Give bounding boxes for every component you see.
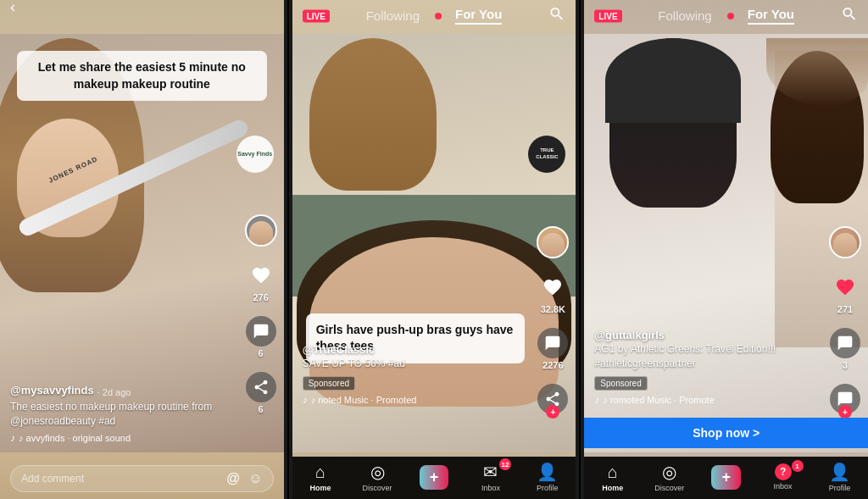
screen1-avatar-btn[interactable] [245, 214, 277, 247]
inbox-icon-2: ✉ [483, 462, 498, 482]
screen3-profile-label: Profile [829, 484, 851, 492]
emoji-icon[interactable]: ☺ [248, 471, 262, 486]
screen3-avatar [829, 226, 861, 258]
screen2-nav-tabs: Following For You [366, 7, 503, 25]
avatar-face-2 [541, 233, 565, 257]
shop-bar[interactable]: Shop now > [584, 418, 868, 448]
screen-3: LIVE Following For You + [584, 0, 868, 499]
create-btn-3[interactable]: + [711, 465, 741, 490]
avatar-face [249, 221, 273, 245]
screen3-inbox-label: Inbox [774, 482, 793, 491]
screen3-info: @guttalkgirls AG1 by Athletic Greens: Tr… [594, 327, 821, 406]
screen3-foryou-tab[interactable]: For You [748, 7, 794, 25]
screen2-nav-home[interactable]: ⌂ Home [303, 463, 337, 492]
comment-icon-2 [537, 328, 568, 358]
screen2-avatar [537, 226, 569, 258]
brand-bottom: CLASSIC [536, 154, 558, 161]
music-icon-3: ♪ [594, 394, 599, 406]
screen3-username[interactable]: @guttalkgirls [594, 329, 665, 341]
screen2-heart-btn[interactable]: 32.8K [537, 272, 568, 314]
search-icon-2[interactable] [548, 5, 565, 26]
discover-icon-3: ◎ [662, 462, 676, 482]
back-button[interactable]: ‹ [10, 0, 15, 16]
create-btn-2[interactable]: + [420, 465, 449, 490]
home-icon-3: ⌂ [608, 463, 618, 482]
live-dot-2 [435, 13, 442, 19]
shop-now-text: Shop now > [693, 426, 760, 440]
screen3-sponsored: Sponsored [594, 376, 647, 391]
live-badge-3: LIVE [594, 9, 621, 22]
home-icon-2: ⌂ [315, 463, 326, 482]
screen2-nav-inbox[interactable]: ✉ 12 Inbox [474, 462, 508, 492]
screen2-heart-count: 32.8K [541, 304, 565, 314]
screen1-username[interactable]: @mysavvyfinds [10, 384, 94, 396]
screen-1: JONES ROAD ‹ Let me share the easiest 5 … [0, 0, 284, 499]
question-icon: ? [775, 463, 792, 480]
screen2-description: SAVE UP TO 50% #ad [303, 357, 530, 371]
screen1-share-btn[interactable]: 6 [246, 372, 276, 414]
screen3-music-text: ♪ romoted Music · Promote [603, 395, 714, 405]
screen2-avatar-btn[interactable]: + [537, 226, 569, 258]
screen1-music-text: ♪ avvyfinds · original sound [19, 433, 131, 443]
screen1-comment-bar[interactable]: Add comment @ ☺ [10, 465, 274, 492]
screen3-avatar-btn[interactable]: + [829, 226, 861, 258]
screen1-comment-count: 6 [259, 348, 264, 358]
screen2-inbox-label: Inbox [481, 484, 500, 492]
screen2-music: ♪ ♪ noted Music · Promoted [303, 394, 530, 406]
screen3-heart-btn[interactable]: 271 [830, 272, 860, 314]
share-icon [246, 372, 276, 402]
screen2-sponsored: Sponsored [303, 376, 355, 391]
screen3-nav-discover[interactable]: ◎ Discover [653, 462, 687, 492]
screen3-nav-profile[interactable]: 👤 Profile [822, 462, 856, 492]
screen3-comment-btn[interactable]: 3 [830, 328, 860, 370]
follow-plus-2[interactable]: + [546, 405, 559, 419]
screen2-music-text: ♪ noted Music · Promoted [311, 395, 417, 405]
live-dot-3 [727, 13, 734, 19]
heart-icon-2 [537, 272, 568, 302]
screen1-info: @mysavvyfinds · 2d ago The easiest no ma… [10, 384, 237, 444]
screen3-following-tab[interactable]: Following [658, 8, 711, 23]
screen3-home-label: Home [602, 484, 623, 492]
screen1-time: · 2d ago [97, 387, 131, 397]
question-badge: ? [775, 463, 792, 480]
screen3-nav-inbox[interactable]: ? 1 Inbox [766, 463, 800, 491]
screen3-description: AG1 by Athletic Greens: Travel Edition!!… [594, 342, 821, 371]
screen2-comment-btn[interactable]: 2276 [537, 328, 568, 370]
screen3-music: ♪ ♪ romoted Music · Promote [594, 394, 821, 406]
screen3-heart-count: 271 [837, 304, 853, 314]
screen2-username[interactable]: @TrueClassic [303, 343, 376, 356]
screen3-bottom-nav: ⌂ Home ◎ Discover + ? 1 Inbox 👤 [584, 457, 868, 499]
discover-icon-2: ◎ [370, 462, 385, 482]
screen3-comment-count: 3 [843, 360, 848, 370]
music-icon-2: ♪ [303, 394, 308, 406]
screen2-following-tab[interactable]: Following [366, 8, 420, 23]
follow-plus-3[interactable]: + [838, 405, 852, 419]
comment-icons: @ ☺ [226, 471, 263, 486]
screen3-nav-home[interactable]: ⌂ Home [596, 463, 630, 492]
screen2-bottom-nav: ⌂ Home ◎ Discover + ✉ 12 Inbox 👤 Profile [292, 457, 576, 499]
shop-now-button[interactable]: Shop now > [693, 426, 760, 440]
create-icon-2: + [430, 469, 439, 486]
heart-icon [246, 260, 276, 291]
mention-icon[interactable]: @ [226, 471, 240, 486]
screen3-actions: + 271 3 [829, 226, 861, 414]
comment-placeholder: Add comment [21, 473, 84, 485]
screen1-comment-btn[interactable]: 6 [246, 316, 276, 358]
screen2-foryou-tab[interactable]: For You [455, 7, 502, 25]
screen3-nav-create[interactable]: + [709, 465, 743, 490]
music-icon: ♪ [10, 432, 15, 444]
screen2-nav-profile[interactable]: 👤 Profile [531, 462, 565, 492]
top-nav-1: ‹ [0, 0, 284, 14]
screen2-nav-discover[interactable]: ◎ Discover [360, 462, 394, 492]
inbox-badge-2: 12 [499, 458, 511, 470]
screen1-music: ♪ ♪ avvyfinds · original sound [10, 432, 237, 444]
live-badge-2: LIVE [303, 9, 330, 22]
screen2-info: @TrueClassic SAVE UP TO 50% #ad Sponsore… [303, 341, 530, 406]
screen1-heart-btn[interactable]: 276 [246, 260, 276, 302]
screen2-nav-create[interactable]: + [417, 465, 451, 490]
screen1-avatar [245, 214, 277, 247]
screen2-discover-label: Discover [363, 484, 392, 492]
avatar-face-3 [833, 233, 857, 257]
search-icon-3[interactable] [841, 5, 858, 26]
inbox-badge-3: 1 [792, 460, 804, 472]
